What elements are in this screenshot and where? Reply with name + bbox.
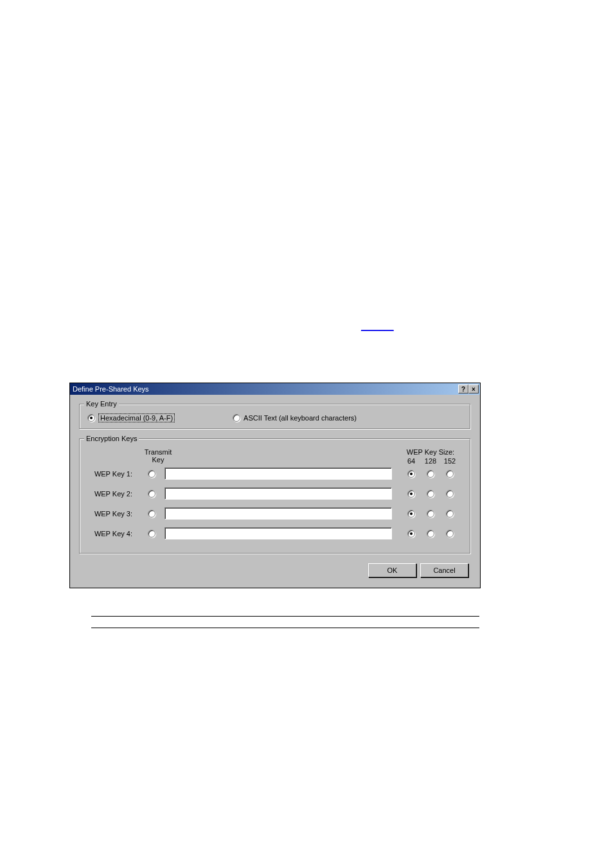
wep-key-2-input[interactable]: [164, 487, 392, 500]
wep-key-1-size-152-radio[interactable]: [446, 470, 454, 478]
hex-radio-label: Hexadecimal (0-9, A-F): [98, 413, 175, 422]
wep-key-4-row: WEP Key 4:: [87, 527, 463, 539]
wep-key-4-label: WEP Key 4:: [87, 530, 139, 538]
size-64-header: 64: [405, 457, 418, 465]
wep-key-4-size-128-radio[interactable]: [427, 530, 434, 538]
transmit-key-header: Transmit Key: [139, 448, 177, 465]
horizontal-rule-1: [91, 616, 479, 617]
wep-key-2-size-64-radio[interactable]: [407, 490, 415, 498]
close-icon[interactable]: ×: [468, 384, 479, 393]
wep-key-1-size-128-radio[interactable]: [427, 470, 434, 478]
help-icon[interactable]: ?: [458, 384, 468, 393]
ascii-radio[interactable]: [233, 414, 240, 422]
horizontal-rule-2: [91, 628, 479, 628]
define-preshared-keys-dialog: Define Pre-Shared Keys ? × Key Entry Hex…: [69, 383, 481, 588]
wep-key-1-input[interactable]: [164, 467, 392, 480]
key-entry-groupbox: Key Entry Hexadecimal (0-9, A-F) ASCII T…: [79, 404, 471, 429]
wep-key-3-size-64-radio[interactable]: [407, 510, 415, 518]
horizontal-rules: [91, 616, 479, 639]
titlebar: Define Pre-Shared Keys ? ×: [70, 383, 480, 395]
wep-key-1-size-64-radio[interactable]: [407, 470, 415, 478]
hex-radio[interactable]: [87, 414, 95, 422]
wep-key-4-input[interactable]: [164, 527, 392, 539]
wep-key-2-transmit-radio[interactable]: [148, 490, 155, 498]
size-128-header: 128: [424, 457, 437, 465]
size-152-header: 152: [443, 457, 456, 465]
page-link[interactable]: _______: [361, 321, 394, 331]
cancel-button[interactable]: Cancel: [420, 563, 468, 577]
titlebar-buttons: ? ×: [458, 384, 479, 393]
wep-key-2-size-152-radio[interactable]: [446, 490, 454, 498]
wep-key-3-size-128-radio[interactable]: [427, 510, 434, 518]
wep-key-3-size-152-radio[interactable]: [446, 510, 454, 518]
wep-key-1-transmit-radio[interactable]: [148, 470, 155, 478]
wep-key-3-label: WEP Key 3:: [87, 510, 139, 518]
wep-key-4-size-64-radio[interactable]: [407, 530, 415, 538]
wep-key-2-size-128-radio[interactable]: [427, 490, 434, 498]
dialog-body: Key Entry Hexadecimal (0-9, A-F) ASCII T…: [70, 395, 480, 588]
ascii-radio-option[interactable]: ASCII Text (all keyboard characters): [233, 413, 357, 422]
wep-key-size-header: WEP Key Size: 64 128 152: [405, 448, 456, 465]
encryption-keys-legend: Encryption Keys: [84, 435, 139, 442]
encryption-keys-groupbox: Encryption Keys Transmit Key WEP Key Siz…: [79, 439, 471, 554]
wep-key-3-input[interactable]: [164, 507, 392, 520]
wep-key-4-size-152-radio[interactable]: [446, 530, 454, 538]
wep-key-2-row: WEP Key 2:: [87, 487, 463, 500]
hex-radio-option[interactable]: Hexadecimal (0-9, A-F): [87, 413, 175, 422]
wep-key-4-transmit-radio[interactable]: [148, 530, 155, 538]
wep-key-2-label: WEP Key 2:: [87, 490, 139, 498]
wep-key-3-transmit-radio[interactable]: [148, 510, 155, 518]
wep-key-3-row: WEP Key 3:: [87, 507, 463, 520]
key-entry-legend: Key Entry: [84, 400, 119, 408]
ok-button[interactable]: OK: [368, 563, 416, 577]
wep-key-1-row: WEP Key 1:: [87, 467, 463, 480]
ascii-radio-label: ASCII Text (all keyboard characters): [244, 414, 357, 422]
wep-key-size-label: WEP Key Size:: [405, 448, 456, 456]
dialog-title: Define Pre-Shared Keys: [73, 385, 149, 393]
wep-key-1-label: WEP Key 1:: [87, 470, 139, 478]
dialog-button-row: OK Cancel: [79, 563, 471, 579]
